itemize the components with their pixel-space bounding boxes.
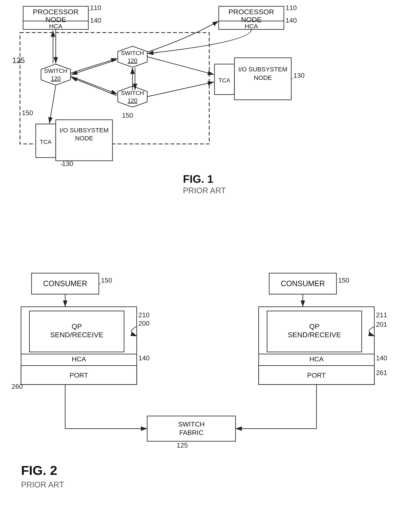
- fig1-arrow-switch-left-top: [70, 58, 117, 73]
- fig2-qp-left-l1: QP: [72, 322, 82, 330]
- fig1-ref-110-2: 110: [286, 4, 297, 12]
- fig2-port-left-label: PORT: [70, 371, 88, 379]
- fig1-title: FIG. 1: [183, 173, 213, 185]
- fig1-arrow-switch-top-left: [71, 60, 117, 75]
- fig1-switch-top-ref: 120: [128, 57, 138, 64]
- fig1-arrow-proc2-switch-top: [147, 29, 251, 54]
- fig1-arrow-switch-bottom-left: [71, 77, 117, 96]
- fig2-qp-left-l2: SEND/RECEIVE: [50, 331, 103, 339]
- fig1-io-left-l1: I/O SUBSYSTEM: [59, 127, 109, 134]
- fig1-arrow-switch-bottom-tca: [147, 82, 214, 97]
- fig1-switch-top-label: SWITCH: [121, 50, 144, 56]
- fig2-switch-fabric-l2: FABRIC: [179, 429, 204, 436]
- fig2-ref-150-left: 150: [101, 277, 112, 284]
- fig1-switch-bottom-ref: 120: [128, 97, 138, 104]
- fig1-ref-130-left: 130: [62, 160, 73, 167]
- fig1-arrow-switch-left-bottom: [70, 76, 117, 94]
- fig1-tca-right-label: TCA: [218, 77, 230, 84]
- fig2-ref-261: 261: [376, 369, 387, 377]
- fig1-proc-node-1-label2: NODE: [46, 16, 66, 24]
- fig1-switch-top: [118, 46, 147, 67]
- fig2-switch-fabric: [147, 416, 235, 441]
- fig2-title: FIG. 2: [21, 463, 57, 478]
- fig2-ref-201: 201: [376, 321, 387, 328]
- fig1-arrow-switch-top-proc2: [147, 21, 219, 52]
- fig1-arrow-switch-left-io: [49, 86, 56, 124]
- page: 125 PROCESSOR NODE HCA 110 140 PROCESSOR…: [0, 0, 409, 532]
- fig1-fabric-ref: 125: [12, 56, 25, 65]
- fig2-consumer-right-label: CONSUMER: [281, 279, 325, 288]
- fig2-ref-150-right: 150: [338, 277, 349, 284]
- fig2-qp-right-l1: QP: [309, 322, 319, 330]
- fig1-ref-150-left: 150: [22, 109, 33, 117]
- fig2-ref-140-right: 140: [376, 354, 387, 362]
- fig1-io-right-l1: I/O SUBSYSTEM: [238, 66, 287, 73]
- fig1-ref-130-right: 130: [293, 72, 305, 79]
- fig1-proc-node-2-label1: PROCESSOR: [228, 8, 274, 16]
- fig2-ref-211: 211: [376, 311, 387, 319]
- fig2-ref-140-left: 140: [138, 354, 149, 362]
- fig1-proc-node-1-label1: PROCESSOR: [33, 8, 78, 16]
- fig2-ref-125: 125: [177, 442, 188, 449]
- fig1-switch-left-ref: 120: [51, 75, 61, 82]
- fig1-io-right-l2: NODE: [254, 74, 272, 81]
- fig1-ref-140-2: 140: [286, 17, 297, 24]
- fig1-subtitle: PRIOR ART: [183, 186, 226, 195]
- fig2-hca-right-label: HCA: [309, 355, 324, 363]
- fig2-ref-210: 210: [138, 311, 149, 319]
- fig1-proc-node-2-hca: HCA: [245, 23, 258, 30]
- fig1-switch-left-label: SWITCH: [44, 68, 67, 74]
- fig1-arrow-switch-top-tca: [147, 57, 214, 75]
- fig2-port-right-label: PORT: [307, 371, 326, 379]
- fig2-ref-260: 260: [12, 383, 23, 390]
- fig1-proc-node-2-label2: NODE: [241, 16, 262, 24]
- fig2-qp-right-l2: SEND/RECEIVE: [288, 331, 341, 339]
- fig1-tca-left-label: TCA: [40, 139, 52, 145]
- fig1-ref-110-1: 110: [90, 4, 101, 12]
- fig1-ref-150-right: 150: [122, 112, 133, 119]
- fig1-io-left-l2: NODE: [75, 135, 93, 142]
- fig1-switch-bottom-label: SWITCH: [121, 90, 144, 96]
- fig1-ref-140-1: 140: [90, 17, 101, 24]
- fig2-switch-fabric-l1: SWITCH: [178, 420, 204, 428]
- fig2-hca-left-label: HCA: [72, 355, 86, 363]
- fig2-consumer-left-label: CONSUMER: [43, 279, 87, 288]
- fig2-ref-200: 200: [138, 320, 149, 327]
- fig1-switch-left: [41, 64, 70, 85]
- fig2-subtitle: PRIOR ART: [21, 480, 64, 489]
- diagrams-svg: 125 PROCESSOR NODE HCA 110 140 PROCESSOR…: [0, 0, 409, 532]
- fig1-proc-node-1-hca: HCA: [49, 23, 62, 30]
